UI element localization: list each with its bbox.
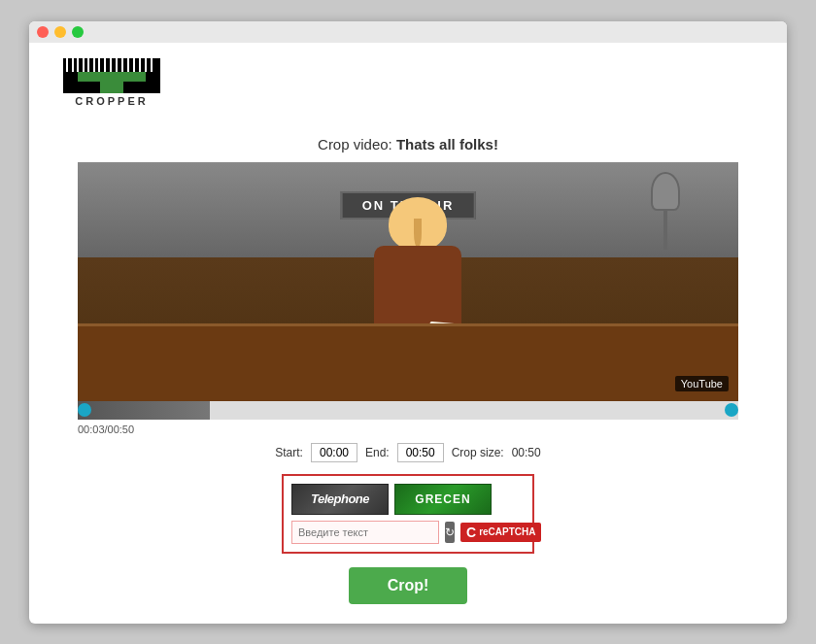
captcha-logo-c: C	[466, 525, 476, 540]
timeline-bar[interactable]	[78, 401, 738, 420]
logo-area: CROPPER	[58, 58, 165, 126]
logo-t-shape	[78, 72, 146, 93]
logo-barcode	[63, 58, 160, 93]
captcha-logo: C reCAPTCHA	[460, 523, 541, 542]
cropsize-value: 00:50	[512, 446, 541, 459]
logo-t-stem	[100, 82, 123, 93]
page-title: Crop video: Thats all folks!	[318, 136, 498, 153]
minimize-button[interactable]	[54, 26, 66, 38]
end-label: End:	[365, 446, 390, 459]
video-scene: ON THE AIR YouTube	[78, 162, 738, 401]
page-title-bold: Thats all folks!	[396, 136, 498, 153]
page-title-prefix: Crop video:	[318, 136, 396, 153]
mic-stand	[663, 211, 667, 250]
controls-row: Start: End: Crop size: 00:50	[275, 443, 540, 462]
logo-label: CROPPER	[75, 95, 148, 107]
page-content: CROPPER Crop video: Thats all folks! ON …	[29, 43, 787, 624]
mic-head	[651, 172, 680, 211]
titlebar	[29, 21, 787, 43]
captcha-input[interactable]	[291, 521, 439, 544]
youtube-badge: YouTube	[675, 376, 729, 391]
timeline-handle-left[interactable]	[78, 403, 91, 417]
cartoon-figure	[350, 197, 486, 343]
captcha-bottom: ↻ C reCAPTCHA	[291, 521, 525, 544]
video-container: ON THE AIR YouTube	[78, 162, 738, 401]
start-label: Start:	[275, 446, 303, 459]
timeline-filled	[78, 401, 210, 420]
cropsize-label: Crop size:	[452, 446, 504, 459]
timeline-handle-right[interactable]	[725, 403, 738, 417]
logo-box: CROPPER	[58, 58, 165, 126]
end-input[interactable]	[397, 443, 444, 462]
maximize-button[interactable]	[72, 26, 84, 38]
captcha-box: Telephone GRECEN ↻ C reCAPTCHA	[282, 474, 534, 554]
figure-head	[389, 197, 447, 251]
microphone	[651, 172, 680, 250]
captcha-image-green: GRECEN	[394, 484, 492, 515]
scene-desk	[78, 323, 738, 401]
time-display: 00:03/00:50	[78, 424, 738, 435]
app-window: CROPPER Crop video: Thats all folks! ON …	[29, 21, 787, 624]
close-button[interactable]	[37, 26, 49, 38]
crop-button[interactable]: Crop!	[349, 567, 468, 604]
captcha-image-telephone: Telephone	[291, 484, 389, 515]
captcha-refresh-button[interactable]: ↻	[445, 522, 455, 543]
logo-t-top	[78, 72, 146, 82]
captcha-logo-text: reCAPTCHA	[479, 526, 535, 537]
captcha-images: Telephone GRECEN	[291, 484, 525, 515]
start-input[interactable]	[311, 443, 357, 462]
